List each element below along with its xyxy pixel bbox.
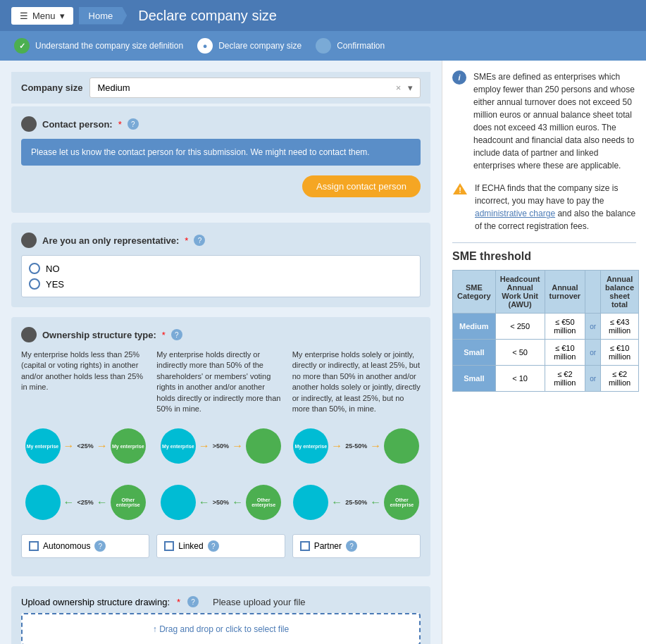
diagram-row-2: ← <25% ← Other enterprise ← >50% ← Other… [21, 478, 421, 527]
contact-help-icon[interactable]: ? [128, 118, 139, 130]
page-title: Declare company size [138, 8, 277, 24]
autonomous-help-icon[interactable]: ? [94, 540, 106, 552]
partner-help-icon[interactable]: ? [346, 540, 357, 552]
diagram-1-2: My enterprise → >50% → [156, 421, 285, 471]
tv-medium: ≤ €50 million [545, 314, 585, 340]
drag-drop-area[interactable]: ↑ Drag and drop or click to select file [21, 613, 421, 644]
linked-checkbox[interactable] [164, 541, 174, 551]
ent-circle-4 [246, 428, 281, 464]
diagram-2-1: ← <25% ← Other enterprise [21, 478, 149, 527]
step-1-label: Understand the company size definition [35, 41, 183, 51]
table-row-medium: Medium < 250 ≤ €50 million or ≤ €43 mill… [453, 314, 639, 340]
ownership-section: Ownership structure type: * ? My enterpr… [11, 317, 430, 576]
radio-yes[interactable]: YES [29, 278, 413, 290]
contact-label: Contact person: [42, 119, 113, 130]
upload-header-row: Upload ownership structure drawing: * ? … [21, 596, 421, 607]
company-size-label: Company size [21, 82, 82, 93]
warning-text-1: If ECHA finds that the company size is i… [475, 183, 618, 206]
partner-checkbox[interactable] [300, 541, 310, 551]
step-3[interactable]: Confirmation [316, 38, 385, 54]
ent-circle-12: Other enterprise [384, 485, 419, 520]
bs-small: ≤ €10 million [601, 340, 639, 366]
ent-circle-2: My enterprise [111, 428, 146, 464]
admin-charge-link[interactable]: administrative charge [475, 209, 555, 218]
contact-dot [21, 116, 37, 132]
radio-yes-label: YES [46, 279, 64, 290]
warning-block: ! If ECHA finds that the company size is… [452, 182, 636, 233]
step-1[interactable]: ✓ Understand the company size definition [14, 38, 183, 54]
radio-no-label: NO [46, 264, 60, 274]
arrow-6b: ← [370, 496, 381, 509]
pct-6: 25-50% [345, 499, 367, 506]
hc-small: < 50 [495, 340, 545, 366]
ent-circle-11 [293, 485, 328, 520]
ent-circle-9 [161, 485, 196, 520]
warning-text: If ECHA finds that the company size is i… [475, 182, 636, 233]
assign-btn-container: Assign contact person [21, 171, 421, 197]
or-small: or [585, 340, 601, 366]
tv-micro: ≤ €2 million [545, 366, 585, 392]
ent-circle-7 [25, 485, 61, 520]
menu-chevron-icon: ▾ [60, 11, 65, 21]
only-rep-header: Are you an only representative: * ? [21, 233, 421, 248]
radio-no[interactable]: NO [29, 263, 413, 274]
diagram-row-1: My enterprise → <25% → My enterprise My … [21, 421, 421, 471]
autonomous-checkbox-item[interactable]: Autonomous ? [21, 534, 149, 558]
contact-person-section: Contact person: * ? Please let us know t… [11, 106, 430, 213]
cat-small: Small [453, 340, 496, 366]
sme-table: SME Category Headcount Annual Work Unit … [452, 270, 639, 392]
autonomous-checkbox[interactable] [29, 541, 39, 551]
upload-help-icon[interactable]: ? [187, 596, 199, 607]
cat-micro: Small [453, 366, 496, 392]
ownership-header: Ownership structure type: * ? [21, 327, 421, 342]
assign-contact-button[interactable]: Assign contact person [302, 175, 421, 197]
arrow-2: → [199, 440, 210, 452]
contact-required: * [118, 119, 122, 130]
radio-no-circle[interactable] [29, 263, 40, 274]
top-bar: ☰ Menu ▾ Home Declare company size [0, 0, 646, 31]
diagram-2-3: ← 25-50% ← Other enterprise [292, 478, 421, 527]
ent-circle-6 [384, 428, 419, 464]
arrow-4: ← [63, 496, 75, 509]
partner-checkbox-item[interactable]: Partner ? [292, 534, 421, 558]
company-size-select[interactable]: Medium × ▾ [89, 78, 421, 98]
linked-checkbox-item[interactable]: Linked ? [156, 534, 285, 558]
home-label: Home [89, 11, 113, 21]
arrow-1b: → [97, 440, 108, 452]
only-rep-radio-group: NO YES [21, 255, 421, 297]
sme-title: SME threshold [452, 250, 636, 263]
company-size-controls: × ▾ [396, 82, 413, 93]
home-button[interactable]: Home [79, 7, 128, 25]
only-rep-help-icon[interactable]: ? [194, 235, 205, 246]
diagram-2-2: ← >50% ← Other enterprise [156, 478, 285, 527]
menu-label: Menu [32, 11, 56, 21]
upload-instruction: Please upload your file [213, 597, 306, 607]
contact-person-header: Contact person: * ? [21, 116, 421, 132]
ownership-col-2: My enterprise holds directly or indirect… [156, 349, 285, 414]
ent-circle-10: Other enterprise [246, 485, 281, 520]
step-2-label: Declare company size [218, 41, 302, 51]
menu-button[interactable]: ☰ Menu ▾ [11, 7, 73, 25]
ownership-col-1: My enterprise holds less than 25% (capit… [21, 349, 149, 414]
ownership-help-icon[interactable]: ? [171, 329, 182, 340]
table-row-small: Small < 50 ≤ €10 million or ≤ €10 millio… [453, 340, 639, 366]
arrow-3b: → [370, 440, 381, 452]
pct-3: 25-50% [345, 442, 367, 450]
ownership-text-1: My enterprise holds less than 25% (capit… [21, 350, 143, 391]
dropdown-icon[interactable]: ▾ [408, 82, 413, 93]
upload-label: Upload ownership structure drawing: [21, 597, 170, 607]
cat-medium: Medium [453, 314, 496, 340]
ent-circle-5: My enterprise [293, 428, 328, 464]
sidebar-separator [452, 242, 636, 243]
hamburger-icon: ☰ [20, 11, 28, 21]
arrow-3: → [331, 440, 342, 452]
th-or [585, 271, 601, 314]
clear-icon[interactable]: × [396, 82, 402, 93]
ent-circle-8: Other enterprise [111, 485, 146, 520]
linked-help-icon[interactable]: ? [208, 540, 219, 552]
right-sidebar: i SMEs are defined as enterprises which … [442, 61, 646, 644]
step-2[interactable]: ● Declare company size [197, 38, 302, 54]
hc-micro: < 10 [495, 366, 545, 392]
contact-tooltip-text: Please let us know the contact person fo… [31, 147, 370, 157]
radio-yes-circle[interactable] [29, 278, 40, 290]
